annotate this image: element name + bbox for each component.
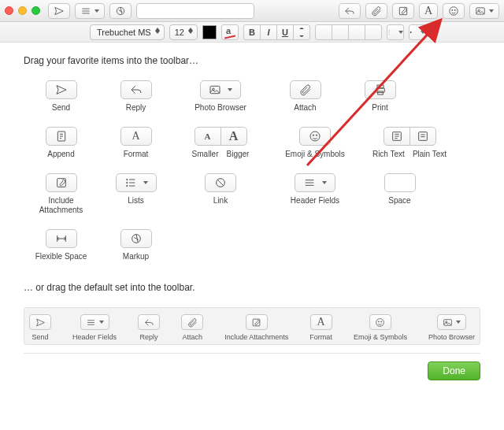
align-group [315, 24, 382, 40]
bigger-icon: A [229, 129, 239, 143]
zoom-window-button[interactable] [32, 6, 40, 15]
item-flexible-space[interactable]: Flexible Space [24, 229, 98, 261]
default-set-label: … or drag the default set into the toolb… [24, 282, 480, 293]
list-style-button[interactable] [387, 24, 404, 40]
toolbar-send-button[interactable] [48, 3, 70, 19]
send-icon [55, 83, 68, 96]
toolbar-items-grid: Send Reply Photo Browser Attach Print Ap… [24, 80, 480, 276]
append-icon [55, 130, 68, 143]
close-window-button[interactable] [5, 6, 13, 15]
toolbar-emoji-button[interactable] [443, 3, 465, 19]
no-fill-icon [224, 27, 235, 38]
text-color-swatch[interactable] [202, 25, 217, 39]
default-header-fields: Header Fields [72, 314, 117, 341]
header-fields-icon [303, 176, 316, 189]
item-emoji[interactable]: Emoji & Symbols [268, 127, 362, 159]
default-format: AFormat [309, 314, 332, 341]
format-icon: A [132, 130, 139, 143]
item-font-size[interactable]: A A Smaller Bigger [173, 127, 268, 159]
style-group: B I U [243, 24, 310, 40]
item-attach[interactable]: Attach [268, 80, 343, 113]
print-icon [374, 83, 387, 96]
item-link[interactable]: Link [173, 173, 268, 215]
reply-icon [130, 83, 143, 96]
link-icon [214, 176, 227, 189]
bold-button[interactable]: B [243, 24, 261, 40]
item-include-attachments[interactable]: Include Attachments [24, 173, 98, 215]
bg-color-button[interactable] [221, 24, 239, 40]
align-justify-button[interactable] [365, 24, 382, 40]
item-print[interactable]: Print [343, 80, 417, 113]
item-markup[interactable]: Markup [98, 229, 173, 261]
lists-icon [124, 176, 137, 189]
default-include: Include Attachments [224, 314, 288, 341]
plain-text-icon [417, 130, 429, 143]
space-icon [384, 173, 416, 192]
rich-text-icon [391, 130, 403, 143]
item-photo-browser[interactable]: Photo Browser [173, 80, 268, 113]
default-toolbar-set[interactable]: Send Header Fields Reply Attach Include … [24, 307, 480, 345]
underline-button[interactable]: U [276, 24, 294, 40]
item-text-mode[interactable]: Rich Text Plain Text [362, 127, 457, 159]
format-bar: Trebuchet MS 12 B I U [0, 22, 504, 43]
default-reply: Reply [138, 314, 160, 341]
item-lists[interactable]: Lists [98, 173, 173, 215]
default-photo: Photo Browser [428, 314, 475, 341]
customize-toolbar-panel: Drag your favorite items into the toolba… [0, 43, 504, 390]
align-center-button[interactable] [332, 24, 349, 40]
smaller-icon: A [205, 132, 211, 141]
item-header-fields[interactable]: Header Fields [268, 173, 362, 215]
toolbar-markup-button[interactable] [109, 3, 132, 19]
item-send[interactable]: Send [24, 80, 98, 113]
attach-icon [299, 83, 312, 96]
default-attach: Attach [181, 314, 203, 341]
default-send: Send [29, 314, 51, 341]
align-left-button[interactable] [315, 24, 332, 40]
include-attachments-icon [55, 176, 68, 189]
flexible-space-icon [55, 232, 68, 245]
item-space[interactable]: Space [362, 173, 437, 215]
font-size-select[interactable]: 12 [169, 24, 198, 40]
item-format[interactable]: A Format [98, 127, 173, 159]
toolbar-header-fields-button[interactable] [75, 3, 105, 19]
toolbar-format-button[interactable]: A [419, 3, 438, 19]
window-controls [5, 6, 40, 15]
item-reply[interactable]: Reply [98, 80, 173, 113]
strike-button[interactable] [293, 24, 310, 40]
window-titlebar: A [0, 0, 504, 22]
markup-icon [130, 232, 143, 245]
italic-button[interactable]: I [260, 24, 277, 40]
photo-browser-icon [209, 83, 221, 96]
align-right-button[interactable] [348, 24, 365, 40]
font-family-select[interactable]: Trebuchet MS [90, 24, 165, 40]
done-button[interactable]: Done [428, 361, 480, 380]
item-append[interactable]: Append [24, 127, 98, 159]
emoji-icon [309, 130, 321, 143]
toolbar-address-field[interactable] [136, 3, 254, 19]
toolbar-photo-browser-button[interactable] [469, 3, 499, 19]
default-emoji: Emoji & Symbols [354, 314, 407, 341]
indent-button[interactable] [409, 24, 426, 40]
minimize-window-button[interactable] [18, 6, 27, 15]
